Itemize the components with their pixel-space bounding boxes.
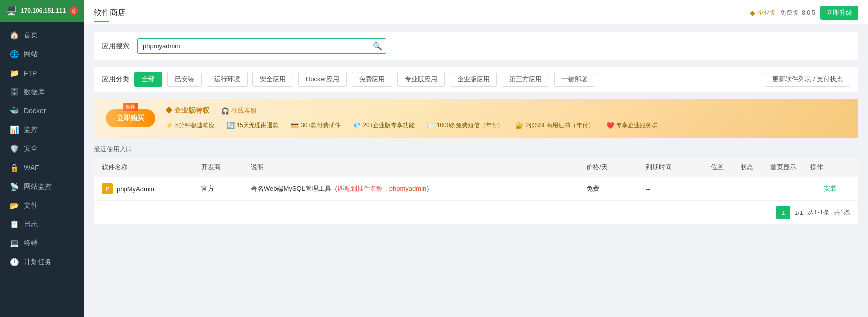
search-label: 应用搜索 — [102, 42, 129, 51]
sidebar-item-logs[interactable]: 📋 日志 — [0, 215, 84, 234]
sidebar-label-security: 安全 — [24, 144, 38, 153]
feat-text-6: 专享企业服务群 — [616, 121, 658, 130]
buy-now-button[interactable]: 立即购买 — [106, 109, 155, 127]
cat-btn-free[interactable]: 免费应用 — [352, 72, 392, 87]
sidebar-item-docker[interactable]: 🐳 Docker — [0, 102, 84, 120]
features-row: ⚡ 5分钟极速响应 🔄 15天无理由退款 💳 30+款付费插件 💎 20+企业版… — [165, 121, 658, 130]
description-cell: 著名Web端MySQL管理工具（匹配到插件名称：phpmyadmin） — [251, 184, 586, 193]
feat-text-3: 20+企业版专享功能 — [363, 121, 414, 130]
page-range: 从1-1条 — [807, 208, 830, 217]
shield-icon: 🛡️ — [10, 144, 19, 153]
sidebar-item-site-monitor[interactable]: 📡 网站监控 — [0, 177, 84, 196]
refund-icon: 🔄 — [227, 122, 235, 129]
service-icon: ❤️ — [606, 122, 614, 129]
speed-icon: ⚡ — [165, 122, 173, 129]
cat-btn-thirdparty[interactable]: 第三方应用 — [502, 72, 549, 87]
pagination: 1 1/1 从1-1条 共1条 — [94, 201, 858, 224]
developer-cell: 官方 — [201, 184, 251, 193]
sidebar-label-website: 网站 — [24, 50, 38, 59]
sidebar-header: 🖥️ 170.106.151.111 0 — [0, 0, 84, 22]
files-icon: 📂 — [10, 201, 19, 210]
enterprise-label: 企业版 — [757, 9, 775, 17]
enterprise-badge: ◆ 企业版 — [750, 9, 775, 17]
col-price: 价格/天 — [586, 163, 646, 172]
feat-text-4: 1000条免费短信（年付） — [437, 121, 504, 130]
online-service-text: 在线客服 — [231, 106, 257, 115]
cat-btn-security[interactable]: 安全应用 — [252, 72, 293, 87]
buy-button-wrap: 推荐 立即购买 — [106, 109, 155, 127]
cat-btn-pro[interactable]: 专业版应用 — [397, 72, 445, 87]
sidebar-label-logs: 日志 — [24, 220, 38, 229]
feat-text-1: 15天无理由退款 — [237, 121, 279, 130]
cat-btn-runtime[interactable]: 运行环境 — [207, 72, 248, 87]
sidebar-label-site-monitor: 网站监控 — [24, 182, 52, 191]
logs-icon: 📋 — [10, 220, 19, 229]
page-current[interactable]: 1 — [776, 206, 790, 219]
sidebar-item-waf[interactable]: 🔒 WAF — [0, 158, 84, 177]
cat-btn-oneclick[interactable]: 一键部署 — [554, 72, 595, 87]
feat-item-0: ⚡ 5分钟极速响应 — [165, 121, 215, 130]
sidebar-label-monitor: 监控 — [24, 125, 38, 134]
sidebar-item-ftp[interactable]: 📁 FTP — [0, 64, 84, 83]
free-version-label: 免费版 — [780, 9, 798, 16]
page-total: 1/1 — [794, 209, 803, 216]
server-ip: 170.106.151.111 — [21, 7, 66, 14]
sidebar-item-website[interactable]: 🌐 网站 — [0, 45, 84, 64]
feat-item-5: 🔐 2张SSL商用证书（年付） — [515, 121, 594, 130]
col-description: 说明 — [251, 163, 586, 172]
sidebar-item-home[interactable]: 🏠 首页 — [0, 26, 84, 45]
page-count: 共1条 — [834, 208, 850, 217]
cat-btn-installed[interactable]: 已安装 — [167, 72, 202, 87]
plugin-icon: 💳 — [291, 122, 299, 129]
col-action: 操作 — [810, 163, 850, 172]
database-icon: 🗄️ — [10, 88, 19, 97]
search-button[interactable]: 🔍 — [373, 42, 382, 51]
cron-icon: 🕐 — [10, 258, 19, 267]
sidebar-label-ftp: FTP — [24, 69, 37, 77]
docker-icon: 🐳 — [10, 106, 19, 115]
cat-btn-all[interactable]: 全部 — [134, 72, 162, 87]
sidebar-label-files: 文件 — [24, 201, 38, 210]
sidebar-label-docker: Docker — [24, 107, 46, 115]
phpmyadmin-icon: P — [102, 183, 113, 194]
update-list-button[interactable]: 更新软件列表 / 支付状态 — [765, 72, 850, 87]
sidebar-item-files[interactable]: 📂 文件 — [0, 196, 84, 215]
sidebar-item-cron[interactable]: 🕐 计划任务 — [0, 253, 84, 272]
cat-btn-docker[interactable]: Docker应用 — [298, 72, 347, 87]
sidebar-item-monitor[interactable]: 📊 监控 — [0, 120, 84, 139]
col-developer: 开发商 — [201, 163, 251, 172]
monitor-icon: 📊 — [10, 125, 19, 134]
notification-badge: 0 — [70, 6, 78, 15]
feat-item-1: 🔄 15天无理由退款 — [227, 121, 279, 130]
feat-text-2: 30+款付费插件 — [301, 121, 341, 130]
install-button[interactable]: 安装 — [810, 184, 850, 193]
waf-icon: 🔒 — [10, 163, 19, 172]
site-monitor-icon: 📡 — [10, 182, 19, 191]
page-title: 软件商店 — [94, 8, 125, 18]
sidebar-item-security[interactable]: 🛡️ 安全 — [0, 139, 84, 158]
sidebar-item-database[interactable]: 🗄️ 数据库 — [0, 83, 84, 102]
software-table: 软件名称 开发商 说明 价格/天 到期时间 位置 状态 首页显示 操作 P ph… — [94, 158, 858, 224]
match-text: 匹配到插件名称：phpmyadmin — [338, 185, 426, 192]
home-icon: 🏠 — [10, 31, 19, 40]
upgrade-button[interactable]: 立即升级 — [820, 6, 858, 20]
ftp-icon: 📁 — [10, 69, 19, 78]
recent-label: 最近使用入口 — [94, 145, 858, 154]
diamond-icon: ◆ — [750, 9, 755, 17]
terminal-icon: 💻 — [10, 239, 19, 248]
table-row: P phpMyAdmin 官方 著名Web端MySQL管理工具（匹配到插件名称：… — [94, 177, 858, 201]
software-name-cell: P phpMyAdmin — [102, 183, 201, 194]
diamond-icon-banner: ◆ — [165, 106, 174, 114]
col-location: 位置 — [711, 163, 741, 172]
search-input-wrap: 🔍 — [137, 38, 386, 54]
cat-btn-enterprise[interactable]: 企业版应用 — [450, 72, 497, 87]
enterprise-title: ◆ 企业版特权 — [165, 106, 209, 115]
search-input[interactable] — [137, 38, 386, 54]
feat-item-6: ❤️ 专享企业服务群 — [606, 121, 658, 130]
expire-cell: -- — [646, 185, 711, 193]
sidebar-item-terminal[interactable]: 💻 终端 — [0, 234, 84, 253]
header-right: ◆ 企业版 免费版 8.0.5 立即升级 — [750, 6, 858, 24]
col-expire: 到期时间 — [646, 163, 711, 172]
sidebar-label-cron: 计划任务 — [24, 258, 52, 267]
col-homepage: 首页显示 — [770, 163, 810, 172]
